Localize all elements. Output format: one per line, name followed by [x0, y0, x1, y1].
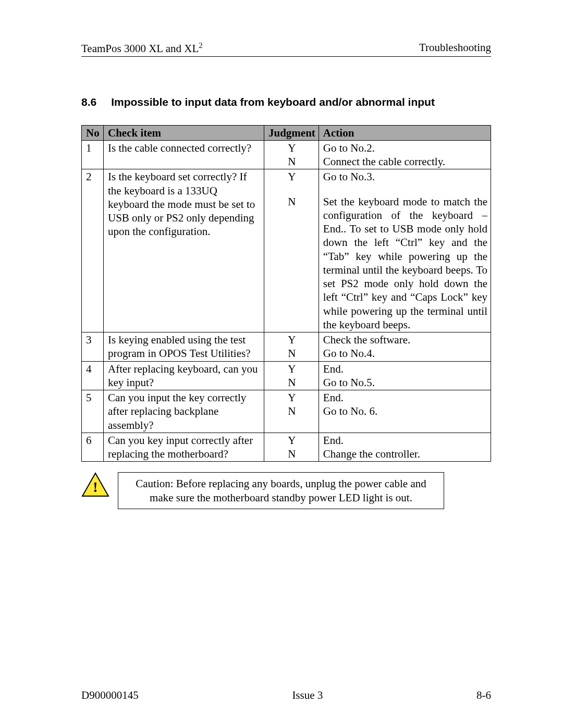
caution-text: Caution: Before replacing any boards, un… — [136, 477, 426, 503]
cell-check-item: After replacing keyboard, can you key in… — [104, 361, 264, 390]
warning-icon: ! — [81, 472, 109, 497]
judgment-n: N — [268, 376, 315, 389]
table-row: 6 Can you key input correctly after repl… — [82, 433, 491, 462]
cell-no: 5 — [82, 390, 104, 433]
cell-judgment: Y N — [264, 332, 319, 362]
cell-judgment: Y N — [264, 390, 319, 433]
cell-judgment: Y N — [264, 433, 319, 462]
th-no: No — [82, 125, 104, 140]
judgment-y: Y — [268, 362, 315, 376]
footer-left: D900000145 — [81, 688, 139, 702]
action-n: Go to No. 6. — [323, 404, 487, 418]
cell-check-item: Can you input the key correctly after re… — [104, 390, 264, 433]
section-number: 8.6 — [81, 95, 96, 109]
cell-action: Check the software. Go to No.4. — [319, 332, 491, 362]
header-right: Troubleshooting — [419, 41, 491, 55]
cell-no: 1 — [82, 140, 104, 169]
cell-no: 4 — [82, 361, 104, 390]
table-row: 1 Is the cable connected correctly? Y N … — [82, 140, 491, 169]
table-row: 2 Is the keyboard set correctly? If the … — [82, 169, 491, 332]
cell-no: 3 — [82, 332, 104, 362]
page: TeamPos 3000 XL and XL2 Troubleshooting … — [0, 0, 563, 728]
footer-center: Issue 3 — [292, 688, 323, 702]
judgment-n: N — [268, 447, 315, 461]
table-row: 4 After replacing keyboard, can you key … — [82, 361, 491, 390]
cell-no: 2 — [82, 169, 104, 332]
action-y: Go to No.3. — [323, 170, 487, 183]
cell-action: Go to No.2. Connect the cable correctly. — [319, 140, 491, 169]
table-row: 5 Can you input the key correctly after … — [82, 390, 491, 433]
cell-check-item: Can you key input correctly after replac… — [104, 433, 264, 462]
cell-action: End. Change the controller. — [319, 433, 491, 462]
table-row: 3 Is keying enabled using the test progr… — [82, 332, 491, 362]
judgment-n: N — [268, 195, 315, 208]
action-y: Go to No.2. — [323, 141, 487, 155]
action-n: Change the controller. — [323, 447, 487, 461]
judgment-y: Y — [268, 434, 315, 447]
section-title-text: Impossible to input data from keyboard a… — [111, 95, 435, 109]
th-check-item: Check item — [104, 125, 264, 140]
cell-judgment: Y N — [264, 361, 319, 390]
judgment-y: Y — [268, 333, 315, 347]
cell-judgment: Y N — [264, 140, 319, 169]
page-footer: D900000145 Issue 3 8-6 — [81, 688, 491, 702]
troubleshooting-table: No Check item Judgment Action 1 Is the c… — [81, 125, 491, 462]
judgment-n: N — [268, 155, 315, 168]
cell-judgment: Y N — [264, 169, 319, 332]
caution-row: ! Caution: Before replacing any boards, … — [81, 472, 491, 509]
footer-right: 8-6 — [476, 688, 491, 702]
cell-action: Go to No.3. Set the keyboard mode to mat… — [319, 169, 491, 332]
action-y: Check the software. — [323, 333, 487, 347]
action-y: End. — [323, 391, 487, 404]
judgment-y: Y — [268, 391, 315, 404]
caution-box: Caution: Before replacing any boards, un… — [118, 472, 444, 509]
cell-no: 6 — [82, 433, 104, 462]
action-n: Set the keyboard mode to match the confi… — [323, 195, 487, 332]
action-n: Go to No.5. — [323, 376, 487, 389]
cell-check-item: Is keying enabled using the test program… — [104, 332, 264, 362]
header-left-text: TeamPos 3000 XL and XL — [81, 42, 199, 55]
action-n: Go to No.4. — [323, 347, 487, 360]
th-action: Action — [319, 125, 491, 140]
judgment-y: Y — [268, 141, 315, 155]
judgment-y: Y — [268, 170, 315, 183]
section-heading: 8.6 Impossible to input data from keyboa… — [81, 95, 491, 109]
header-left: TeamPos 3000 XL and XL2 — [81, 41, 203, 55]
action-y: End. — [323, 362, 487, 376]
svg-text:!: ! — [93, 479, 97, 495]
judgment-n: N — [268, 347, 315, 360]
cell-check-item: Is the cable connected correctly? — [104, 140, 264, 169]
cell-action: End. Go to No. 6. — [319, 390, 491, 433]
table-header-row: No Check item Judgment Action — [82, 125, 491, 140]
running-header: TeamPos 3000 XL and XL2 Troubleshooting — [81, 41, 491, 57]
header-left-sup: 2 — [199, 41, 202, 50]
th-judgment: Judgment — [264, 125, 319, 140]
cell-check-item: Is the keyboard set correctly? If the ke… — [104, 169, 264, 332]
action-y: End. — [323, 434, 487, 447]
judgment-n: N — [268, 404, 315, 418]
action-n: Connect the cable correctly. — [323, 155, 487, 168]
cell-action: End. Go to No.5. — [319, 361, 491, 390]
